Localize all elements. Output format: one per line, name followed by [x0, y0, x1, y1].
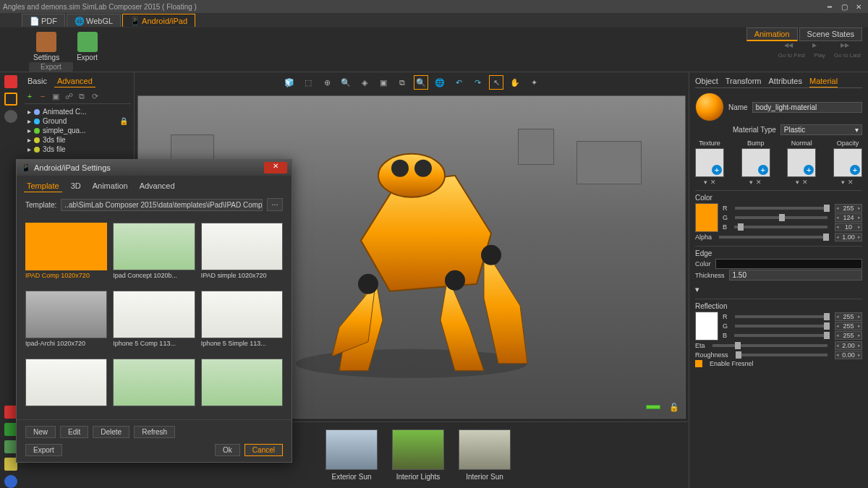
- eta-slider[interactable]: [712, 344, 827, 347]
- scene-tool-3[interactable]: ⧉: [77, 92, 87, 102]
- viewport-lock-icon[interactable]: 🔓: [669, 403, 679, 412]
- vp-tool-cursor[interactable]: ↖: [489, 75, 503, 90]
- thickness-field[interactable]: 1.50: [729, 270, 862, 281]
- rail-tool-1[interactable]: [4, 93, 17, 106]
- record-icon[interactable]: [4, 75, 17, 88]
- refl-g-slider[interactable]: [735, 325, 827, 328]
- vp-tool-zoom[interactable]: 🔍: [339, 75, 353, 90]
- scene-tab-basic[interactable]: Basic: [25, 75, 50, 87]
- dlg-tab-template[interactable]: Template: [24, 180, 62, 192]
- vp-tool-axis[interactable]: ✦: [527, 75, 541, 90]
- vp-tool-grid[interactable]: ◈: [357, 75, 372, 90]
- vp-tool-globe[interactable]: 🌐: [433, 75, 447, 90]
- tab-pdf[interactable]: 📄PDF: [22, 14, 65, 27]
- dlg-tab-3d[interactable]: 3D: [68, 180, 84, 192]
- vp-tool-target[interactable]: ⊕: [320, 75, 334, 90]
- vp-tool-render[interactable]: 🧊: [282, 75, 297, 90]
- tree-item[interactable]: ▸3ds file: [25, 135, 131, 145]
- color-swatch[interactable]: [695, 203, 718, 232]
- r-value[interactable]: 255: [835, 204, 862, 213]
- vp-tool-select[interactable]: ▣: [376, 75, 391, 90]
- alpha-value[interactable]: 1.00: [835, 233, 862, 241]
- vp-tool-zoom-extents[interactable]: 🔍: [414, 75, 428, 90]
- b-slider[interactable]: [734, 226, 827, 228]
- eta-value[interactable]: 2.00: [835, 341, 862, 350]
- vp-tool-redo[interactable]: ↷: [470, 75, 485, 90]
- dialog-close-button[interactable]: ✕: [264, 162, 287, 174]
- roughness-value[interactable]: 0.00: [835, 351, 862, 359]
- cancel-button[interactable]: Cancel: [244, 444, 283, 456]
- template-thumbnail[interactable]: Ipad-Archi 1020x720: [25, 291, 107, 353]
- new-button[interactable]: New: [25, 426, 56, 438]
- dialog-export-button[interactable]: Export: [25, 444, 62, 456]
- refl-b-slider[interactable]: [734, 334, 827, 337]
- template-thumbnail[interactable]: [201, 359, 283, 414]
- scene-tab-advanced[interactable]: Advanced: [54, 75, 95, 87]
- remove-icon[interactable]: −: [38, 92, 48, 102]
- ok-button[interactable]: Ok: [215, 444, 240, 456]
- tree-item[interactable]: ▸Animated C...: [25, 107, 131, 116]
- go-last-button[interactable]: ▶▶Go to Last: [834, 42, 861, 59]
- scene-tool-4[interactable]: ⟳: [90, 92, 100, 102]
- export-button[interactable]: Export: [72, 30, 102, 72]
- help-icon[interactable]: [4, 475, 17, 488]
- vp-tool-undo[interactable]: ↶: [451, 75, 466, 90]
- vp-tool-camera[interactable]: ⬚: [301, 75, 315, 90]
- template-thumbnail[interactable]: IPAD Comp 1020x720: [25, 223, 107, 285]
- template-path-field[interactable]: ..ab\SimLab Composer 2015\data\templates…: [61, 199, 263, 211]
- template-thumbnail[interactable]: Iphone 5 Comp 113...: [113, 291, 195, 353]
- dlg-tab-advanced[interactable]: Advanced: [137, 180, 178, 192]
- tab-scene-states[interactable]: Scene States: [799, 27, 862, 41]
- scene-tool-1[interactable]: ▣: [51, 92, 61, 102]
- tab-material[interactable]: Material: [809, 75, 838, 87]
- add-icon[interactable]: +: [25, 92, 35, 102]
- close-button[interactable]: ✕: [852, 2, 865, 11]
- delete-button[interactable]: Delete: [93, 426, 129, 438]
- tree-item[interactable]: ▸simple_qua...: [25, 126, 131, 135]
- dialog-titlebar[interactable]: 📱 Android/iPad Settings ✕: [17, 160, 292, 176]
- opacity-slot[interactable]: [833, 148, 862, 177]
- template-thumbnail[interactable]: [113, 359, 195, 414]
- tree-item[interactable]: ▸3ds file: [25, 145, 131, 154]
- template-thumbnail[interactable]: IPAD simple 1020x720: [201, 223, 283, 285]
- go-first-button[interactable]: ◀◀Go to First: [778, 42, 805, 59]
- enable-fresnel-checkbox[interactable]: Enable Fresnel: [695, 360, 862, 367]
- scene-tool-2[interactable]: ☍: [64, 92, 74, 102]
- g-slider[interactable]: [735, 216, 827, 219]
- minimize-button[interactable]: ━: [823, 2, 836, 11]
- collapse-icon[interactable]: ▾: [695, 285, 862, 294]
- tab-attributes[interactable]: Attributes: [769, 75, 802, 87]
- play-button[interactable]: ▶Play: [812, 42, 827, 59]
- vp-tool-snap[interactable]: ⧉: [395, 75, 409, 90]
- reflection-swatch[interactable]: [695, 312, 718, 341]
- tab-transform[interactable]: Transform: [726, 75, 762, 87]
- tab-animation[interactable]: Animation: [746, 27, 798, 41]
- material-type-select[interactable]: Plastic ▾: [780, 124, 862, 135]
- template-thumbnail[interactable]: Ipad Concept 1020b...: [113, 223, 195, 285]
- normal-slot[interactable]: [787, 148, 816, 177]
- preset-exterior-sun[interactable]: Exterior Sun: [326, 429, 378, 481]
- roughness-slider[interactable]: [736, 354, 827, 356]
- vp-tool-pan[interactable]: ✋: [508, 75, 522, 90]
- tab-android-ipad[interactable]: 📱Android/iPad: [122, 14, 195, 27]
- tab-object[interactable]: Object: [695, 75, 718, 87]
- edge-color-swatch[interactable]: [715, 259, 862, 269]
- g-value[interactable]: 124: [835, 213, 862, 222]
- dlg-tab-animation[interactable]: Animation: [90, 180, 131, 192]
- b-value[interactable]: 10: [835, 223, 862, 231]
- refresh-button[interactable]: Refresh: [134, 426, 175, 438]
- preset-interior-sun[interactable]: Interior Sun: [459, 429, 511, 481]
- refl-r-slider[interactable]: [735, 315, 828, 318]
- tab-webgl[interactable]: 🌐WebGL: [67, 14, 121, 27]
- maximize-button[interactable]: ▢: [838, 2, 851, 11]
- edit-button[interactable]: Edit: [60, 426, 88, 438]
- texture-slot[interactable]: [695, 148, 724, 177]
- tree-item[interactable]: ▸Ground🔒: [25, 116, 131, 126]
- material-name-field[interactable]: body_light-material: [752, 102, 862, 113]
- r-slider[interactable]: [735, 207, 828, 210]
- template-thumbnail[interactable]: Iphone 5 Simple 113...: [201, 291, 283, 353]
- alpha-slider[interactable]: [719, 236, 827, 239]
- preset-interior-lights[interactable]: Interior Lights: [392, 429, 444, 481]
- browse-button[interactable]: …: [267, 198, 283, 211]
- template-thumbnail[interactable]: [25, 359, 107, 414]
